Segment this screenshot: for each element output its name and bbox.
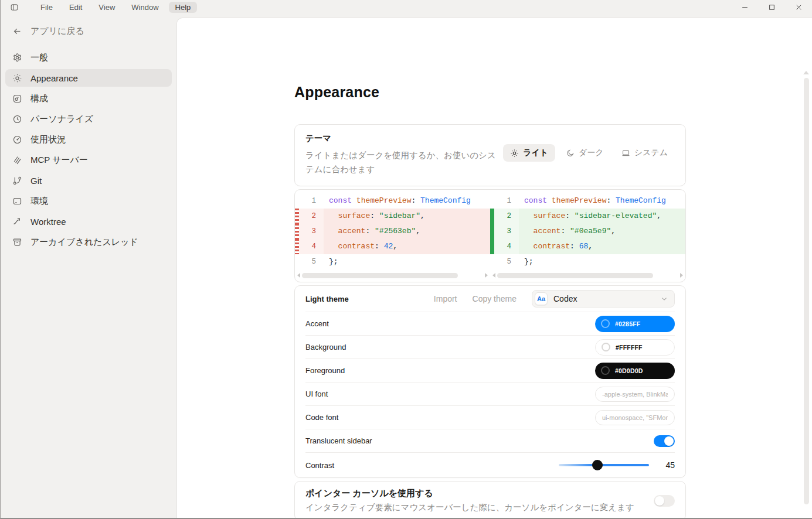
gear-icon (12, 53, 22, 63)
preset-value: Codex (553, 294, 577, 303)
line-number: 2 (299, 209, 324, 224)
code-line: 2 surface: "sidebar-elevated", (490, 209, 685, 224)
maximize-button[interactable] (758, 0, 785, 14)
scrollbar-thumb[interactable] (804, 78, 809, 504)
translucent-sidebar-toggle[interactable] (654, 435, 675, 447)
pointer-cursor-title: ポインター カーソルを使用する (305, 488, 634, 499)
theme-option-light[interactable]: ライト (503, 144, 555, 162)
background-color-swatch[interactable]: #FFFFFF (595, 339, 675, 356)
sidebar-item-label: 構成 (30, 93, 48, 104)
moon-icon (566, 149, 575, 158)
minimize-button[interactable] (731, 0, 758, 14)
sidebar-item-appearance[interactable]: Appearance (5, 69, 172, 87)
background-hex-value: #FFFFFF (616, 344, 643, 351)
archive-icon (12, 237, 22, 247)
scrollbar-thumb[interactable] (497, 273, 653, 278)
slider-track[interactable] (559, 464, 649, 466)
clock-icon (12, 114, 22, 124)
close-button[interactable] (785, 0, 812, 14)
color-dot-icon (601, 366, 610, 375)
code-line: 3 accent: "#2563eb", (295, 224, 490, 239)
contrast-value: 45 (663, 460, 675, 470)
scroll-left-arrow[interactable] (297, 273, 300, 278)
scroll-right-arrow[interactable] (485, 273, 488, 278)
pointer-cursor-description: インタラクティブ要素にマウスオーバーした際に、カーソルをポインターに変えます (305, 502, 634, 513)
sidebar-item-usage[interactable]: 使用状況 (5, 131, 172, 148)
line-number: 5 (299, 254, 324, 269)
scroll-right-arrow[interactable] (680, 273, 683, 278)
horizontal-scrollbar[interactable] (295, 271, 490, 280)
pointer-cursor-text: ポインター カーソルを使用する インタラクティブ要素にマウスオーバーした際に、カ… (305, 488, 634, 513)
sidebar-item-config[interactable]: 構成 (5, 90, 172, 107)
sidebar-item-mcp-servers[interactable]: MCP サーバー (5, 151, 172, 169)
theme-card-title: テーマ (305, 133, 503, 144)
toggle-knob (664, 436, 674, 446)
theme-card-text: テーマ ライトまたはダークを使用するか、お使いのシステムに合わせます (305, 133, 503, 176)
app-icon[interactable] (10, 3, 19, 12)
line-number: 4 (299, 239, 324, 254)
code-line: 2 surface: "sidebar", (295, 209, 490, 224)
slider-knob[interactable] (592, 460, 603, 470)
foreground-label: Foreground (305, 366, 345, 375)
code-text: const themePreview: ThemeConfig (519, 193, 685, 209)
code-line: 4 contrast: 68, (490, 239, 685, 254)
foreground-color-swatch[interactable]: #0D0D0D (595, 363, 675, 379)
back-arrow-icon (12, 26, 22, 36)
page-title: Appearance (294, 84, 686, 101)
appearance-settings: Appearance テーマ ライトまたはダークを使用するか、お使いのシステムに… (294, 18, 686, 518)
theme-option-system[interactable]: システム (614, 144, 675, 162)
theme-option-dark[interactable]: ダーク (559, 144, 611, 162)
menu-bar: File Edit View Window Help (34, 2, 197, 13)
accent-hex-value: #0285FF (615, 320, 640, 327)
code-font-input[interactable] (595, 410, 675, 425)
menu-file[interactable]: File (34, 2, 59, 13)
toggle-knob (655, 496, 664, 506)
code-line: 1const themePreview: ThemeConfig (295, 193, 490, 209)
import-button[interactable]: Import (434, 294, 457, 303)
menu-help[interactable]: Help (169, 2, 198, 13)
theme-code-preview: 1const themePreview: ThemeConfig2 surfac… (294, 189, 686, 282)
theme-preset-dropdown[interactable]: Aa Codex (532, 290, 675, 308)
window-controls (731, 0, 812, 14)
sidebar-item-git[interactable]: Git (5, 172, 172, 189)
pointer-cursor-card: ポインター カーソルを使用する インタラクティブ要素にマウスオーバーした際に、カ… (294, 481, 686, 518)
sun-icon (12, 73, 22, 83)
titlebar: File Edit View Window Help (1, 0, 812, 14)
sidebar-item-environment[interactable]: 環境 (5, 192, 172, 210)
diff-edge-indicator (295, 239, 299, 254)
pointer-cursor-toggle[interactable] (654, 495, 675, 507)
contrast-slider[interactable] (559, 460, 649, 470)
back-label: アプリに戻る (30, 26, 84, 37)
code-text: accent: "#0ea5e9", (519, 224, 685, 239)
horizontal-scrollbar[interactable] (490, 271, 685, 280)
scrollbar-thumb[interactable] (302, 273, 458, 278)
vertical-scrollbar[interactable] (803, 71, 809, 513)
app-window: { "window": { "controls": { "minimize": … (0, 0, 812, 519)
scroll-up-arrow[interactable] (803, 71, 809, 74)
back-to-app-button[interactable]: アプリに戻る (1, 23, 176, 39)
menu-window[interactable]: Window (125, 2, 165, 13)
line-number: 1 (299, 193, 324, 209)
code-text: }; (519, 254, 685, 269)
line-number: 1 (494, 193, 519, 209)
sun-icon (510, 149, 519, 158)
line-number: 2 (494, 209, 519, 224)
sidebar-item-label: アーカイブされたスレッド (30, 237, 138, 248)
sidebar-item-personalize[interactable]: パーソナライズ (5, 110, 172, 128)
foreground-hex-value: #0D0D0D (615, 367, 643, 374)
menu-view[interactable]: View (92, 2, 121, 13)
copy-theme-button[interactable]: Copy theme (473, 294, 517, 303)
accent-color-swatch[interactable]: #0285FF (595, 316, 675, 332)
translucent-sidebar-label: Translucent sidebar (305, 436, 372, 445)
color-dot-icon (602, 343, 610, 351)
background-row: Background #FFFFFF (305, 336, 675, 359)
menu-edit[interactable]: Edit (63, 2, 89, 13)
line-number: 5 (494, 254, 519, 269)
theme-editor-header: Light theme Import Copy theme Aa Codex (305, 286, 675, 312)
theme-option-label: ライト (523, 148, 548, 158)
sidebar-item-general[interactable]: 一般 (5, 49, 172, 66)
ui-font-input[interactable] (595, 387, 675, 402)
sidebar-item-worktree[interactable]: Worktree (5, 213, 172, 230)
scroll-left-arrow[interactable] (492, 273, 495, 278)
sidebar-item-archived-threads[interactable]: アーカイブされたスレッド (5, 233, 172, 251)
